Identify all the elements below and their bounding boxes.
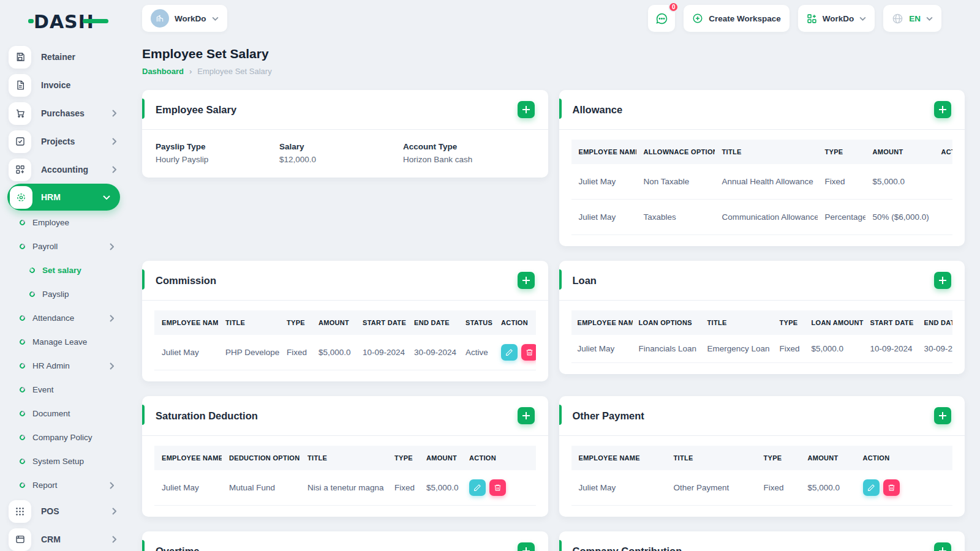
table-row: Juliet May Other Payment Fixed $5,000.0 — [571, 470, 953, 506]
field-payslip-type: Payslip Type Hourly Payslip — [156, 142, 279, 164]
workdo-menu-label: WorkDo — [823, 14, 854, 23]
actions-cell — [462, 470, 536, 506]
cell: Fixed — [774, 335, 805, 363]
sidebar-item-label: Attendance — [32, 313, 74, 323]
workspace-name: WorkDo — [175, 14, 206, 23]
sidebar-item-set-salary[interactable]: Set salary — [0, 258, 142, 282]
col-header: TYPE — [756, 446, 801, 470]
sidebar-item-projects[interactable]: Projects — [0, 127, 142, 156]
actions-cell — [934, 164, 953, 200]
cell: Fixed — [387, 470, 419, 506]
add-allowance-button[interactable] — [934, 101, 951, 118]
workdo-menu-button[interactable]: WorkDo — [798, 5, 875, 32]
sidebar-item-label: Invoice — [41, 80, 70, 90]
breadcrumb-separator: › — [189, 67, 192, 76]
actions-cell — [934, 200, 953, 235]
field-label: Salary — [279, 142, 403, 151]
card-header: Allowance — [559, 90, 965, 130]
field-value: Horizon Bank cash — [403, 155, 535, 164]
col-header: END DATE — [918, 310, 953, 335]
delete-button[interactable] — [489, 479, 506, 496]
sidebar-item-label: Company Policy — [32, 433, 92, 442]
card-title: Overtime — [156, 545, 200, 551]
add-other-payment-button[interactable] — [934, 407, 951, 424]
cell: Fixed — [756, 470, 801, 506]
logo-dash-accent — [83, 19, 108, 23]
sidebar-item-payslip[interactable]: Payslip — [0, 282, 142, 306]
sidebar-item-label: Retainer — [41, 52, 75, 62]
sidebar-item-event[interactable]: Event — [0, 378, 142, 402]
edit-button[interactable] — [501, 344, 518, 361]
col-header: TYPE — [818, 140, 865, 164]
sidebar-item-crm[interactable]: CRM — [0, 525, 142, 551]
add-loan-button[interactable] — [934, 272, 951, 289]
add-saturation-deduction-button[interactable] — [518, 407, 535, 424]
chevron-right-icon — [111, 508, 116, 515]
allowance-table-wrap: EMPLOYEE NAME ALLOWNACE OPTION TITLE TYP… — [571, 140, 953, 235]
table-header-row: EMPLOYEE NAME LOAN OPTIONS TITLE TYPE LO… — [571, 310, 953, 335]
sidebar-item-retainer[interactable]: Retainer — [0, 43, 142, 71]
language-selector[interactable]: EN — [883, 5, 941, 32]
employee-salary-fields: Payslip Type Hourly Payslip Salary $12,0… — [142, 130, 548, 178]
sidebar-item-payroll[interactable]: Payroll — [0, 234, 142, 258]
bullet-icon — [18, 433, 26, 441]
sidebar-item-label: CRM — [41, 534, 61, 544]
cell: Emergency Loan — [701, 335, 774, 363]
sidebar-item-purchases[interactable]: Purchases — [0, 99, 142, 127]
bullet-icon — [18, 481, 26, 489]
col-header: AMOUNT — [419, 446, 462, 470]
col-header: STATUS — [458, 310, 494, 335]
sidebar-item-label: Report — [32, 481, 58, 490]
cell: $5,000.0 — [865, 164, 934, 200]
sidebar-item-label: Document — [32, 409, 70, 418]
card-header: Commission — [142, 261, 548, 301]
sidebar-item-attendance[interactable]: Attendance — [0, 306, 142, 330]
col-header: TYPE — [279, 310, 311, 335]
sidebar-item-employee[interactable]: Employee — [0, 211, 142, 234]
card-title: Employee Salary — [156, 104, 236, 116]
app-logo[interactable]: DASH — [34, 11, 101, 32]
sidebar-item-accounting[interactable]: Accounting — [0, 156, 142, 184]
card-title: Saturation Deduction — [156, 410, 258, 422]
add-company-contribution-button[interactable] — [934, 542, 951, 551]
cell: $5,000.0 — [805, 335, 864, 363]
edit-button[interactable] — [863, 479, 880, 496]
sidebar-item-company-policy[interactable]: Company Policy — [0, 425, 142, 449]
table-row: Juliet May PHP Developer Fixed $5,000.0 … — [154, 335, 536, 370]
col-header: AMOUNT — [801, 446, 856, 470]
add-overtime-button[interactable] — [518, 542, 535, 551]
add-commission-button[interactable] — [518, 272, 535, 289]
create-workspace-label: Create Workspace — [709, 14, 781, 23]
loan-table: EMPLOYEE NAME LOAN OPTIONS TITLE TYPE LO… — [571, 310, 953, 363]
sidebar-item-manage-leave[interactable]: Manage Leave — [0, 330, 142, 354]
sidebar-item-pos[interactable]: POS — [0, 497, 142, 525]
chevron-down-icon — [859, 17, 866, 21]
grid-plus-icon — [807, 13, 817, 24]
employee-salary-card: Employee Salary Payslip Type Hourly Pays… — [142, 90, 548, 178]
delete-button[interactable] — [521, 344, 536, 361]
card-title: Company Contribution — [573, 545, 682, 551]
col-header: ALLOWNACE OPTION — [636, 140, 715, 164]
sidebar-item-invoice[interactable]: Invoice — [0, 71, 142, 99]
add-employee-salary-button[interactable] — [518, 101, 535, 118]
overtime-card: Overtime — [142, 531, 548, 551]
delete-button[interactable] — [883, 479, 900, 496]
bullet-icon — [18, 219, 26, 227]
sidebar-item-hr-admin[interactable]: HR Admin — [0, 354, 142, 378]
sidebar-item-label: System Setup — [32, 457, 84, 466]
grid-plus-icon — [9, 159, 31, 181]
col-header: TITLE — [666, 446, 756, 470]
sidebar-item-document[interactable]: Document — [0, 402, 142, 425]
col-header: ACTION — [494, 310, 536, 335]
cell: Percentage — [818, 200, 865, 235]
breadcrumb-dashboard-link[interactable]: Dashboard — [142, 67, 184, 76]
edit-button[interactable] — [469, 479, 486, 496]
table-header-row: EMPLOYEE NAME TITLE TYPE AMOUNT ACTION — [571, 446, 953, 470]
messages-button[interactable]: 0 — [648, 5, 675, 32]
sidebar-item-hrm[interactable]: HRM — [7, 184, 120, 211]
sidebar-item-report[interactable]: Report — [0, 473, 142, 497]
create-workspace-button[interactable]: Create Workspace — [684, 5, 790, 32]
dots-grid-icon — [9, 500, 31, 523]
workspace-switcher[interactable]: WorkDo — [142, 5, 227, 32]
sidebar-item-system-setup[interactable]: System Setup — [0, 449, 142, 473]
